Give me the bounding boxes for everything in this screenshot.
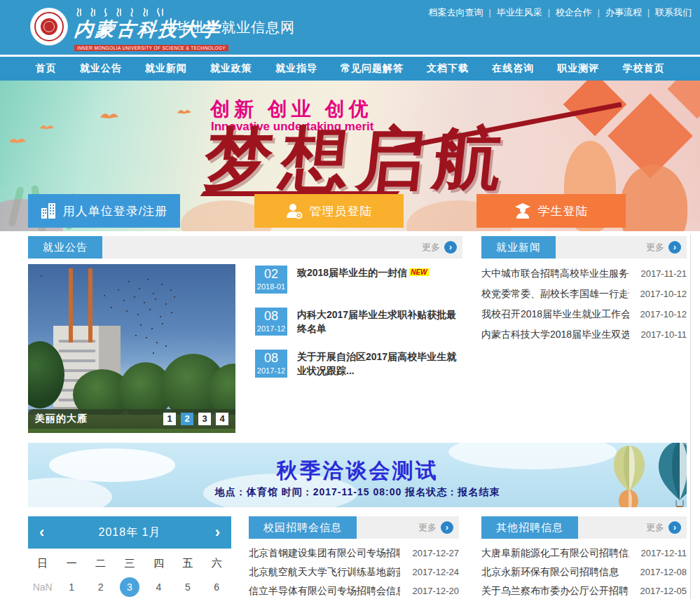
job-title[interactable]: 关于乌兰察布市委办公厅公开招聘速录 bbox=[481, 585, 629, 598]
news-row[interactable]: 内蒙古科技大学2018届毕业生双选洽... 2017-10-11 bbox=[481, 324, 687, 345]
bird-icon bbox=[8, 135, 27, 144]
nav-item[interactable]: 在线咨询 bbox=[492, 62, 534, 75]
employer-login-button[interactable]: 用人单位登录/注册 bbox=[28, 194, 180, 228]
nav-item[interactable]: 就业政策 bbox=[210, 62, 252, 75]
university-seal-logo bbox=[31, 8, 67, 45]
banner-facet bbox=[0, 81, 154, 186]
calendar-days: NaN123456 bbox=[28, 577, 231, 597]
nav-item[interactable]: 文档下载 bbox=[427, 62, 469, 75]
notice-item[interactable]: 08 2017-12 关于开展自治区2017届高校毕业生就业状况跟踪... bbox=[255, 350, 462, 378]
topbar-link[interactable]: 毕业生风采 bbox=[483, 6, 542, 19]
news-row[interactable]: 我校召开2018届毕业生就业工作会议 2017-10-12 bbox=[481, 304, 687, 324]
photo-pagination: 1234 bbox=[163, 413, 228, 425]
notice-item-title[interactable]: 关于开展自治区2017届高校毕业生就业状况跟踪... bbox=[297, 351, 456, 376]
nav-item[interactable]: 就业新闻 bbox=[145, 62, 187, 75]
other-jobs-panel: 其他招聘信息 更多 › 大唐阜新能源化工有限公司招聘信息 2017-12-11 … bbox=[481, 516, 687, 599]
site-title: 毕业生就业信息网 bbox=[170, 18, 295, 36]
news-title[interactable]: 内蒙古科技大学2018届毕业生双选洽... bbox=[481, 329, 629, 341]
job-row[interactable]: 信立半导体有限公司专场招聘会信息 2017-12-20 bbox=[249, 581, 459, 599]
nav-item[interactable]: 首页 bbox=[36, 62, 57, 75]
event-title[interactable]: 秋季洽谈会测试 bbox=[28, 457, 687, 486]
calendar-day[interactable]: 5 bbox=[178, 577, 198, 597]
notice-item-title[interactable]: 致2018届毕业生的一封信 bbox=[297, 267, 407, 278]
job-title[interactable]: 北京永新环保有限公司招聘信息 bbox=[481, 566, 619, 579]
notice-panel-tab[interactable]: 就业公告 bbox=[28, 236, 102, 259]
job-row[interactable]: 北京航空航天大学飞行训练基地蔚蓝... 2017-12-24 bbox=[249, 563, 459, 581]
job-date: 2017-12-05 bbox=[640, 586, 687, 596]
news-row[interactable]: 校党委常委、副校长李国雄一行走访... 2017-10-12 bbox=[481, 284, 687, 304]
pagination-item[interactable]: 3 bbox=[198, 413, 211, 425]
calendar-weekday: 一 bbox=[57, 557, 85, 570]
news-title[interactable]: 大中城市联合招聘高校毕业生服务平... bbox=[481, 268, 629, 280]
calendar-day[interactable]: 2 bbox=[91, 577, 111, 597]
nav-item[interactable]: 常见问题解答 bbox=[341, 62, 404, 75]
pagination-item[interactable]: 4 bbox=[216, 413, 228, 425]
nav-item[interactable]: 职业测评 bbox=[557, 62, 599, 75]
job-title[interactable]: 北京首钢建设集团有限公司专场招聘... bbox=[249, 547, 400, 560]
campus-photo[interactable]: 美丽的大雁 1234 bbox=[28, 264, 235, 433]
calendar-prev-icon[interactable]: ‹ bbox=[39, 525, 44, 540]
calendar-weekdays: 日一二三四五六 bbox=[28, 557, 231, 570]
news-date: 2017-11-21 bbox=[640, 268, 687, 279]
calendar-day[interactable]: NaN bbox=[33, 577, 53, 597]
job-title[interactable]: 北京航空航天大学飞行训练基地蔚蓝... bbox=[249, 566, 400, 579]
job-row[interactable]: 北京永新环保有限公司招聘信息 2017-12-08 bbox=[481, 563, 687, 581]
calendar-day[interactable]: 1 bbox=[62, 577, 81, 597]
notice-item[interactable]: 02 2018-01 致2018届毕业生的一封信NEW bbox=[255, 266, 462, 294]
more-label: 更多 bbox=[646, 241, 664, 254]
calendar-weekday: 二 bbox=[86, 557, 115, 570]
notice-title-wrap: 内科大2017届毕业生求职补贴获批最终名单 bbox=[297, 308, 462, 336]
admin-login-button[interactable]: 管理员登陆 bbox=[254, 194, 404, 228]
nav-item[interactable]: 学校首页 bbox=[622, 62, 664, 75]
news-panel: 就业新闻 更多 › 大中城市联合招聘高校毕业生服务平... 2017-11-21… bbox=[481, 236, 687, 345]
news-list: 大中城市联合招聘高校毕业生服务平... 2017-11-21 校党委常委、副校长… bbox=[481, 259, 687, 345]
calendar-next-icon[interactable]: › bbox=[215, 525, 220, 540]
other-panel-tab[interactable]: 其他招聘信息 bbox=[481, 516, 578, 539]
notice-more-link[interactable]: 更多 › bbox=[422, 236, 457, 259]
event-banner[interactable]: 秋季洽谈会测试 地点：体育馆 时间：2017-11-15 08:00 报名状态：… bbox=[28, 443, 687, 507]
news-more-link[interactable]: 更多 › bbox=[646, 236, 681, 259]
job-date: 2017-12-11 bbox=[640, 548, 687, 558]
student-login-button[interactable]: 学生登陆 bbox=[476, 194, 626, 228]
topbar-link[interactable]: 办事流程 bbox=[592, 6, 642, 19]
notice-date-block: 08 2017-12 bbox=[255, 350, 287, 378]
news-date: 2017-10-12 bbox=[640, 309, 687, 319]
topbar-link[interactable]: 联系我们 bbox=[642, 6, 692, 19]
news-row[interactable]: 大中城市联合招聘高校毕业生服务平... 2017-11-21 bbox=[481, 263, 687, 284]
notice-item-title[interactable]: 内科大2017届毕业生求职补贴获批最终名单 bbox=[297, 309, 456, 334]
job-row[interactable]: 关于乌兰察布市委办公厅公开招聘速录 2017-12-05 bbox=[481, 581, 687, 599]
pagination-item[interactable]: 2 bbox=[181, 413, 193, 425]
other-more-link[interactable]: 更多 › bbox=[646, 516, 681, 539]
more-label: 更多 bbox=[422, 241, 440, 254]
more-arrow-icon: › bbox=[441, 521, 453, 534]
calendar-day[interactable]: 4 bbox=[149, 577, 168, 597]
building-icon bbox=[41, 202, 56, 219]
notice-item[interactable]: 08 2017-12 内科大2017届毕业生求职补贴获批最终名单 bbox=[255, 308, 462, 336]
notice-date-block: 08 2017-12 bbox=[255, 308, 287, 336]
job-title[interactable]: 大唐阜新能源化工有限公司招聘信息 bbox=[481, 547, 629, 560]
nav-item[interactable]: 就业公告 bbox=[80, 62, 122, 75]
news-title[interactable]: 校党委常委、副校长李国雄一行走访... bbox=[481, 288, 629, 301]
nav-item[interactable]: 就业指导 bbox=[275, 62, 317, 75]
job-row[interactable]: 大唐阜新能源化工有限公司招聘信息 2017-12-11 bbox=[481, 544, 687, 563]
calendar-day[interactable]: 3 bbox=[120, 577, 139, 597]
job-title[interactable]: 信立半导体有限公司专场招聘会信息 bbox=[249, 585, 400, 598]
calendar: ‹ 2018年 1月 › 日一二三四五六 NaN123456 bbox=[28, 516, 231, 597]
news-panel-tab[interactable]: 就业新闻 bbox=[481, 236, 556, 259]
topbar-link[interactable]: 校企合作 bbox=[542, 6, 592, 19]
news-date: 2017-10-11 bbox=[640, 329, 687, 340]
pagination-item[interactable]: 1 bbox=[163, 413, 176, 425]
calendar-weekday: 三 bbox=[115, 557, 144, 570]
notice-date-month: 2018-01 bbox=[255, 282, 287, 291]
notice-date-day: 02 bbox=[255, 266, 287, 282]
campus-more-link[interactable]: 更多 › bbox=[418, 516, 453, 539]
main-nav: 首页就业公告就业新闻就业政策就业指导常见问题解答文档下载在线咨询职业测评学校首页 bbox=[0, 55, 700, 81]
bird-icon bbox=[39, 123, 55, 130]
notice-title-wrap: 致2018届毕业生的一封信NEW bbox=[297, 266, 429, 294]
news-title[interactable]: 我校召开2018届毕业生就业工作会议 bbox=[481, 308, 629, 321]
calendar-day[interactable]: 6 bbox=[207, 577, 226, 597]
job-row[interactable]: 北京首钢建设集团有限公司专场招聘... 2017-12-27 bbox=[249, 544, 459, 563]
campus-panel-tab[interactable]: 校园招聘会信息 bbox=[249, 516, 357, 539]
notice-list: 02 2018-01 致2018届毕业生的一封信NEW 08 2017-12 bbox=[255, 264, 462, 433]
topbar-link[interactable]: 档案去向查询 bbox=[429, 6, 483, 19]
